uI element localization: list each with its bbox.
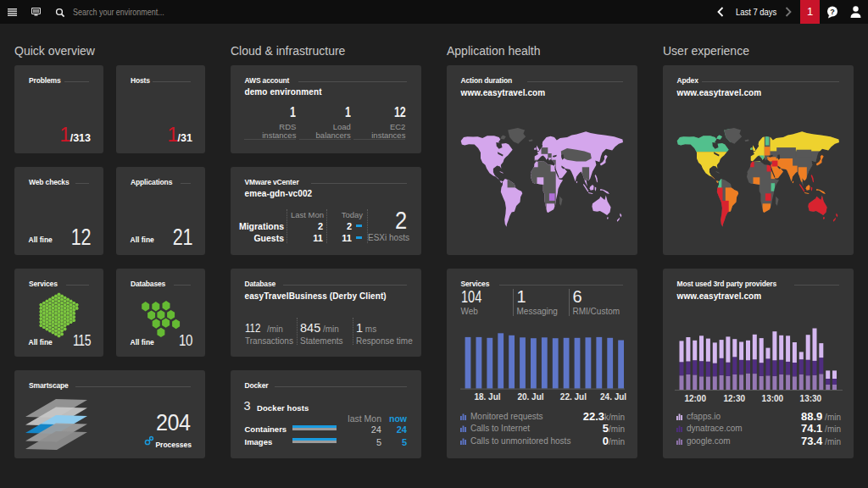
svg-text:22. Jul: 22. Jul xyxy=(560,392,587,402)
svg-text:12:00: 12:00 xyxy=(684,394,706,403)
svg-text:13:30: 13:30 xyxy=(800,394,822,403)
svg-text:20. Jul: 20. Jul xyxy=(517,392,543,402)
svg-text:?: ? xyxy=(830,8,835,16)
svg-text:18. Jul: 18. Jul xyxy=(474,392,500,402)
svg-text:12:30: 12:30 xyxy=(724,394,746,403)
svg-text:24. Jul: 24. Jul xyxy=(600,392,626,402)
svg-text:13:00: 13:00 xyxy=(762,394,784,403)
